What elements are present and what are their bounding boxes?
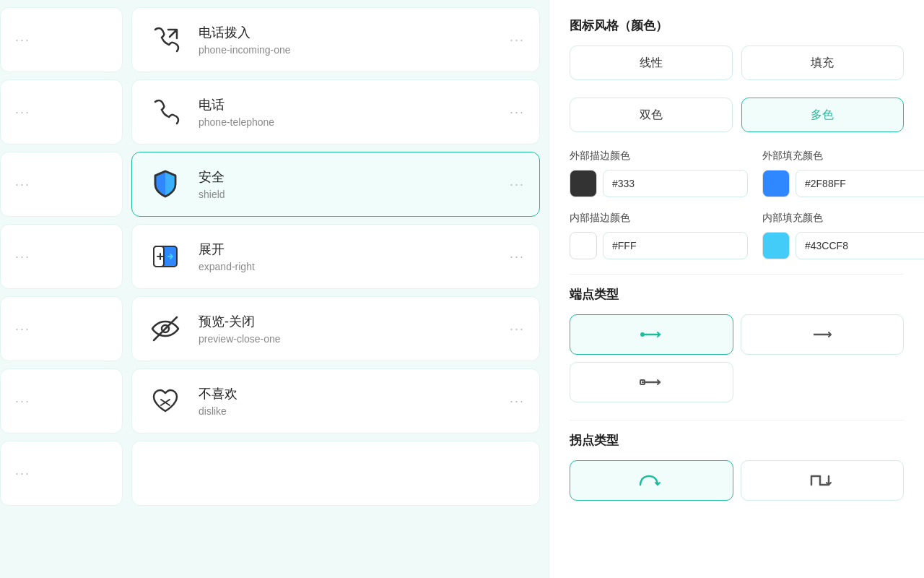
style-btn-linear[interactable]: 线性 bbox=[570, 46, 733, 80]
card-shield-more[interactable]: ··· bbox=[510, 177, 525, 192]
card-preview-close-title: 预览-关闭 bbox=[199, 313, 510, 330]
outer-fill-input-row bbox=[762, 170, 924, 197]
inner-stroke-group: 内部描边颜色 bbox=[570, 212, 748, 259]
svg-point-3 bbox=[640, 332, 645, 337]
partial-card-4: ··· bbox=[0, 224, 123, 289]
card-dislike-text: 不喜欢 dislike bbox=[199, 385, 510, 417]
inner-fill-group: 内部填充颜色 bbox=[762, 212, 924, 259]
expand-right-icon-area bbox=[147, 238, 184, 275]
handle-btn-1[interactable] bbox=[570, 460, 733, 501]
style-buttons-row2: 双色 多色 bbox=[570, 98, 904, 132]
card-expand-right-text: 展开 expand-right bbox=[199, 241, 510, 272]
divider-2 bbox=[570, 420, 904, 420]
card-preview-close-subtitle: preview-close-one bbox=[199, 333, 510, 345]
partial-dots-3: ··· bbox=[15, 177, 30, 192]
card-preview-close-more[interactable]: ··· bbox=[510, 322, 525, 337]
partial-dots-1: ··· bbox=[15, 33, 30, 48]
phone-incoming-icon-area bbox=[147, 21, 184, 59]
endpoint-btn-1[interactable] bbox=[570, 314, 733, 355]
handle-btn-2[interactable] bbox=[741, 460, 905, 501]
card-shield-subtitle: shield bbox=[199, 189, 510, 200]
handle-section: 拐点类型 bbox=[570, 432, 904, 501]
inner-fill-input-row bbox=[762, 232, 924, 259]
partial-dots-7: ··· bbox=[15, 466, 30, 481]
card-phone-incoming-more[interactable]: ··· bbox=[510, 33, 525, 48]
card-expand-right-title: 展开 bbox=[199, 241, 510, 258]
card-phone-telephone-text: 电话 phone-telephone bbox=[199, 96, 510, 128]
card-expand-right[interactable]: 展开 expand-right ··· bbox=[131, 224, 540, 289]
outer-stroke-group: 外部描边颜色 bbox=[570, 150, 748, 197]
inner-fill-field[interactable] bbox=[796, 232, 924, 259]
partial-dots-2: ··· bbox=[15, 105, 30, 120]
outer-stroke-label: 外部描边颜色 bbox=[570, 150, 748, 163]
partial-card-6: ··· bbox=[0, 368, 123, 434]
card-dislike[interactable]: 不喜欢 dislike ··· bbox=[131, 368, 540, 434]
style-buttons-row: 线性 填充 bbox=[570, 46, 904, 80]
inner-stroke-label: 内部描边颜色 bbox=[570, 212, 748, 225]
divider-1 bbox=[570, 274, 904, 275]
card-preview-close-text: 预览-关闭 preview-close-one bbox=[199, 313, 510, 345]
style-btn-duotone[interactable]: 双色 bbox=[570, 98, 733, 132]
right-panel: 图标风格（颜色） 线性 填充 双色 多色 外部描边颜色 外部填充颜色 bbox=[549, 0, 924, 578]
card-expand-right-subtitle: expand-right bbox=[199, 261, 510, 272]
preview-close-icon-area bbox=[147, 310, 184, 348]
endpoint-section-title: 端点类型 bbox=[570, 286, 904, 303]
card-preview-close[interactable]: 预览-关闭 preview-close-one ··· bbox=[131, 296, 540, 361]
card-phone-telephone-title: 电话 bbox=[199, 96, 510, 113]
style-btn-multicolor[interactable]: 多色 bbox=[741, 98, 905, 132]
outer-fill-label: 外部填充颜色 bbox=[762, 150, 924, 163]
left-panel: 电话拨入 phone-incoming-one ··· 电话 phone-tel… bbox=[123, 0, 549, 578]
card-expand-right-more[interactable]: ··· bbox=[510, 249, 525, 264]
card-phone-telephone-subtitle: phone-telephone bbox=[199, 116, 510, 128]
dislike-icon-area bbox=[147, 382, 184, 420]
card-shield[interactable]: 安全 shield ··· bbox=[131, 152, 540, 217]
partial-card-1: ··· bbox=[0, 7, 123, 72]
partial-card-7: ··· bbox=[0, 441, 123, 506]
partial-card-3: ··· bbox=[0, 152, 123, 217]
card-phone-telephone-more[interactable]: ··· bbox=[510, 105, 525, 120]
outer-stroke-input-row bbox=[570, 170, 748, 197]
shield-icon-area bbox=[147, 165, 184, 203]
style-section: 图标风格（颜色） 线性 填充 双色 多色 bbox=[570, 17, 904, 132]
card-phone-telephone[interactable]: 电话 phone-telephone ··· bbox=[131, 79, 540, 144]
handle-grid bbox=[570, 460, 904, 501]
endpoint-btn-3[interactable] bbox=[570, 362, 733, 402]
style-section-title: 图标风格（颜色） bbox=[570, 17, 904, 34]
card-dislike-title: 不喜欢 bbox=[199, 385, 510, 402]
card-bottom-partial bbox=[131, 441, 540, 506]
color-section-inner: 内部描边颜色 内部填充颜色 bbox=[570, 212, 904, 259]
card-dislike-subtitle: dislike bbox=[199, 405, 510, 417]
partial-dots-5: ··· bbox=[15, 322, 30, 337]
partial-dots-4: ··· bbox=[15, 249, 30, 264]
outer-fill-field[interactable] bbox=[796, 170, 924, 197]
card-phone-incoming-title: 电话拨入 bbox=[199, 24, 510, 41]
card-phone-incoming[interactable]: 电话拨入 phone-incoming-one ··· bbox=[131, 7, 540, 72]
card-shield-title: 安全 bbox=[199, 168, 510, 186]
partial-card-5: ··· bbox=[0, 296, 123, 361]
outer-stroke-swatch[interactable] bbox=[570, 170, 597, 197]
inner-fill-swatch[interactable] bbox=[762, 232, 790, 259]
outer-fill-group: 外部填充颜色 bbox=[762, 150, 924, 197]
partial-dots-6: ··· bbox=[15, 394, 30, 409]
outer-fill-swatch[interactable] bbox=[762, 170, 790, 197]
outer-stroke-field[interactable] bbox=[603, 170, 748, 197]
card-shield-text: 安全 shield bbox=[199, 168, 510, 200]
card-phone-incoming-text: 电话拨入 phone-incoming-one bbox=[199, 24, 510, 56]
style-btn-filled[interactable]: 填充 bbox=[741, 46, 905, 80]
color-section-outer: 外部描边颜色 外部填充颜色 bbox=[570, 150, 904, 197]
endpoint-btn-2[interactable] bbox=[741, 314, 905, 355]
phone-telephone-icon-area bbox=[147, 93, 184, 131]
card-phone-incoming-subtitle: phone-incoming-one bbox=[199, 44, 510, 56]
endpoint-grid bbox=[570, 314, 904, 402]
inner-stroke-input-row bbox=[570, 232, 748, 259]
inner-stroke-field[interactable] bbox=[603, 232, 748, 259]
partial-card-2: ··· bbox=[0, 79, 123, 144]
card-dislike-more[interactable]: ··· bbox=[510, 394, 525, 409]
inner-stroke-swatch[interactable] bbox=[570, 232, 597, 259]
endpoint-section: 端点类型 bbox=[570, 286, 904, 402]
handle-section-title: 拐点类型 bbox=[570, 432, 904, 449]
inner-fill-label: 内部填充颜色 bbox=[762, 212, 924, 225]
